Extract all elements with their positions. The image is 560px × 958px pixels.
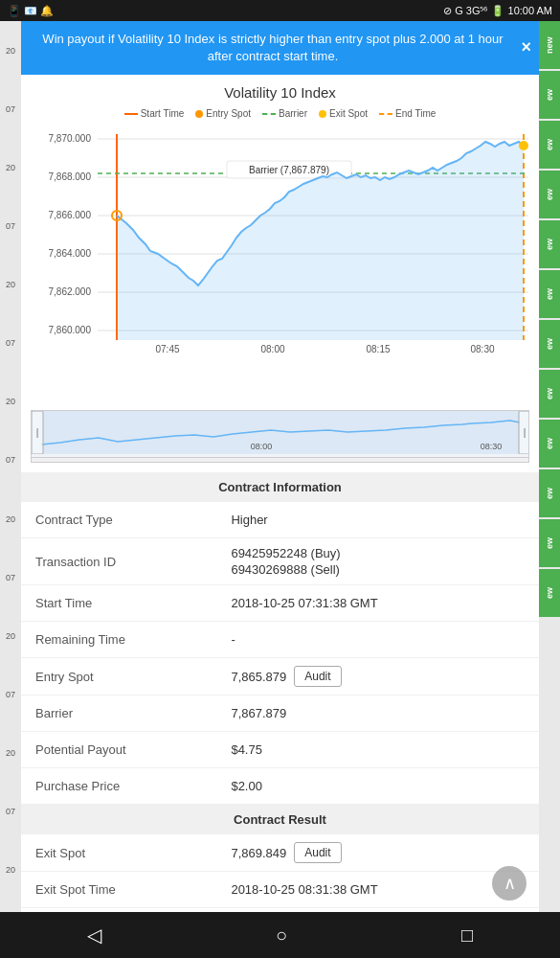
svg-text:08:00: 08:00 xyxy=(260,344,284,354)
svg-text:7,862.000: 7,862.000 xyxy=(49,286,92,297)
svg-rect-24 xyxy=(32,411,529,454)
mini-nav-center: ||| xyxy=(51,462,509,463)
sidebar-item-4[interactable]: ew xyxy=(539,220,560,268)
chart-legend: Start Time Entry Spot Barrier Exit Spot … xyxy=(26,108,534,119)
legend-exit-spot: Exit Spot xyxy=(319,108,368,119)
legend-exit-spot-icon xyxy=(319,110,326,118)
legend-end-time: End Time xyxy=(379,108,436,119)
sidebar-item-8[interactable]: ew xyxy=(539,420,560,468)
sidebar-item-7[interactable]: ew xyxy=(539,370,560,418)
time: 10:00 AM xyxy=(508,5,552,16)
svg-text:Barrier (7,867.879): Barrier (7,867.879) xyxy=(249,165,329,175)
barrier-value: 7,867.879 xyxy=(231,706,525,720)
legend-start-time-icon xyxy=(124,113,138,115)
sidebar-item-10[interactable]: ew xyxy=(539,519,560,567)
sidebar-item-3[interactable]: ew xyxy=(539,171,560,218)
exit-spot-row: Exit Spot 7,869.849 Audit xyxy=(21,834,539,872)
sidebar-item-0[interactable]: new xyxy=(539,21,560,69)
entry-spot-value: 7,865.879 Audit xyxy=(231,666,525,687)
svg-text:7,866.000: 7,866.000 xyxy=(49,210,92,220)
remaining-time-row: Remaining Time - xyxy=(21,622,539,658)
status-right: ⊘ G 3G⁵⁶ 🔋 10:00 AM xyxy=(443,5,552,17)
barrier-row: Barrier 7,867.879 xyxy=(21,696,539,732)
network-info: ⊘ G 3G⁵⁶ 🔋 xyxy=(443,5,504,17)
recent-apps-button[interactable]: □ xyxy=(442,917,492,954)
potential-payout-value: $4.75 xyxy=(231,742,525,757)
transaction-id-value: 69425952248 (Buy) 69430269888 (Sell) xyxy=(231,546,525,577)
transaction-id-label: Transaction ID xyxy=(35,555,231,569)
contract-type-value: Higher xyxy=(231,513,525,527)
sidebar-item-1[interactable]: ew xyxy=(539,71,560,119)
svg-point-19 xyxy=(519,141,528,150)
mini-nav-right-button[interactable]: › xyxy=(509,458,528,464)
exit-spot-time-value: 2018-10-25 08:31:38 GMT xyxy=(231,882,525,897)
sidebar-item-2[interactable]: ew xyxy=(539,121,560,169)
contract-result-header: Contract Result xyxy=(21,805,539,834)
svg-text:7,870.000: 7,870.000 xyxy=(49,133,92,144)
legend-start-time: Start Time xyxy=(124,108,185,119)
potential-payout-row: Potential Payout $4.75 xyxy=(21,732,539,768)
contract-info-header: Contract Information xyxy=(21,472,539,502)
svg-text:7,868.000: 7,868.000 xyxy=(49,171,92,182)
banner: Win payout if Volatility 10 Index is str… xyxy=(21,21,539,75)
sidebar-item-5[interactable]: ew xyxy=(539,270,560,318)
exit-spot-time-row: Exit Spot Time 2018-10-25 08:31:38 GMT xyxy=(21,872,539,908)
potential-payout-label: Potential Payout xyxy=(35,742,231,757)
exit-spot-audit-button[interactable]: Audit xyxy=(294,842,341,863)
chart-svg-area[interactable]: 7,870.000 7,868.000 7,866.000 7,864.000 … xyxy=(26,125,534,405)
legend-entry-spot-label: Entry Spot xyxy=(206,108,251,119)
exit-spot-value: 7,869.849 Audit xyxy=(231,842,525,863)
legend-entry-spot-icon xyxy=(195,110,203,118)
barrier-label: Barrier xyxy=(35,706,231,720)
entry-spot-label: Entry Spot xyxy=(35,670,231,684)
mini-nav-left-button[interactable]: ‹ xyxy=(32,458,51,464)
svg-text:7,864.000: 7,864.000 xyxy=(49,248,92,259)
home-button[interactable]: ○ xyxy=(257,917,306,954)
scroll-up-button[interactable]: ∧ xyxy=(492,866,526,901)
svg-text:07:45: 07:45 xyxy=(155,344,179,354)
sidebar-left: 20 07 20 07 20 07 20 07 20 07 20 07 20 0… xyxy=(0,21,21,958)
legend-barrier: Barrier xyxy=(262,108,307,119)
mini-nav-bar: ‹ ||| › xyxy=(32,457,528,463)
purchase-price-value: $2.00 xyxy=(231,779,525,793)
remaining-time-value: - xyxy=(231,632,525,647)
chart-container: Volatility 10 Index Start Time Entry Spo… xyxy=(21,75,539,472)
remaining-time-label: Remaining Time xyxy=(35,632,231,647)
exit-spot-label: Exit Spot xyxy=(35,846,231,860)
banner-close-button[interactable]: × xyxy=(521,36,531,60)
transaction-id-row: Transaction ID 69425952248 (Buy) 6943026… xyxy=(21,538,539,585)
start-time-row: Start Time 2018-10-25 07:31:38 GMT xyxy=(21,585,539,622)
status-bar: 📱 📧 🔔 ⊘ G 3G⁵⁶ 🔋 10:00 AM xyxy=(0,0,560,21)
exit-spot-time-label: Exit Spot Time xyxy=(35,882,231,897)
legend-end-time-label: End Time xyxy=(395,108,436,119)
svg-text:|: | xyxy=(524,427,526,438)
contract-type-label: Contract Type xyxy=(35,513,231,527)
bottom-nav: ◁ ○ □ xyxy=(0,912,560,958)
app-icons: 📱 📧 🔔 xyxy=(8,5,54,17)
svg-text:08:30: 08:30 xyxy=(481,442,503,451)
banner-text: Win payout if Volatility 10 Index is str… xyxy=(42,32,503,63)
svg-text:08:00: 08:00 xyxy=(251,442,273,451)
sidebar-item-11[interactable]: ew xyxy=(539,569,560,617)
purchase-price-row: Purchase Price $2.00 xyxy=(21,768,539,805)
chart-svg: 7,870.000 7,868.000 7,866.000 7,864.000 … xyxy=(26,125,534,402)
mini-chart[interactable]: | | 08:00 08:30 ‹ ||| › xyxy=(31,410,529,463)
entry-spot-row: Entry Spot 7,865.879 Audit xyxy=(21,658,539,696)
sidebar-item-6[interactable]: ew xyxy=(539,320,560,368)
svg-text:7,860.000: 7,860.000 xyxy=(49,325,92,335)
main-content: Win payout if Volatility 10 Index is str… xyxy=(21,21,539,958)
purchase-price-label: Purchase Price xyxy=(35,779,231,793)
legend-exit-spot-label: Exit Spot xyxy=(329,108,368,119)
chart-title: Volatility 10 Index xyxy=(26,84,534,101)
legend-barrier-icon xyxy=(262,113,276,115)
contract-type-row: Contract Type Higher xyxy=(21,502,539,538)
sidebar-right: new ew ew ew ew ew ew ew ew ew ew ew xyxy=(539,21,560,958)
status-left: 📱 📧 🔔 xyxy=(8,5,54,17)
entry-spot-audit-button[interactable]: Audit xyxy=(294,666,341,687)
start-time-label: Start Time xyxy=(35,596,231,610)
svg-text:08:15: 08:15 xyxy=(366,344,390,354)
back-button[interactable]: ◁ xyxy=(68,916,121,954)
svg-text:|: | xyxy=(36,427,39,438)
legend-start-time-label: Start Time xyxy=(141,108,185,119)
sidebar-item-9[interactable]: ew xyxy=(539,469,560,517)
